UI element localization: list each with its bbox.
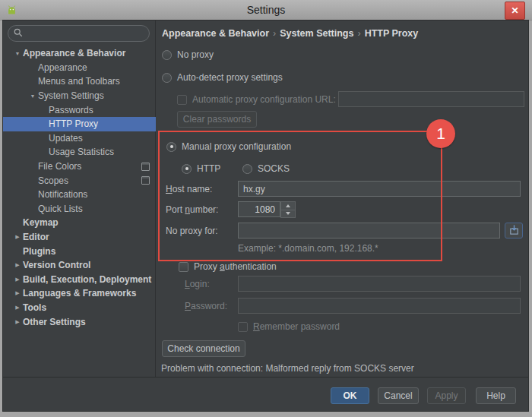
sidebar-item-build-execution-deployment[interactable]: ▶Build, Execution, Deployment xyxy=(3,273,156,287)
project-level-icon xyxy=(141,163,150,171)
expand-arrow-icon[interactable]: ▶ xyxy=(12,319,23,325)
settings-window: Settings ✕ ▼Appearance & BehaviorAppeara… xyxy=(0,0,532,417)
sidebar-item-other-settings[interactable]: ▶Other Settings xyxy=(3,314,156,329)
sidebar-item-label: Version Control xyxy=(23,260,90,270)
auto-detect-radio[interactable] xyxy=(162,73,172,83)
sidebar-item-label: File Colors xyxy=(38,161,81,172)
sidebar-item-version-control[interactable]: ▶Version Control xyxy=(3,258,156,273)
expand-arrow-icon[interactable]: ▶ xyxy=(12,290,23,296)
auto-url-label: Automatic proxy configuration URL: xyxy=(192,94,336,105)
expand-arrow-icon[interactable]: ▶ xyxy=(12,262,23,268)
cancel-button[interactable]: Cancel xyxy=(378,387,419,404)
arrow-up-icon xyxy=(286,204,290,207)
sidebar-item-label: Other Settings xyxy=(23,317,86,327)
remember-password-checkbox[interactable] xyxy=(238,322,248,332)
window-title: Settings xyxy=(0,4,532,16)
sidebar-item-tools[interactable]: ▶Tools xyxy=(3,301,156,315)
socks-label: SOCKS xyxy=(258,163,290,174)
no-proxy-radio[interactable] xyxy=(162,50,172,60)
sidebar-item-label: Build, Execution, Deployment xyxy=(23,274,151,285)
manual-proxy-label: Manual proxy configuration xyxy=(182,141,291,152)
connection-status-message: Problem with connection: Malformed reply… xyxy=(161,363,414,374)
auto-url-input[interactable] xyxy=(338,91,524,107)
no-proxy-for-input[interactable] xyxy=(238,223,500,239)
sidebar-item-label: HTTP Proxy xyxy=(49,118,98,129)
sidebar-item-label: Keymap xyxy=(23,217,59,228)
http-proxy-panel: Appearance & Behavior›System Settings›HT… xyxy=(156,21,528,377)
sidebar-item-quick-lists[interactable]: Quick Lists xyxy=(3,202,156,216)
host-name-label: Host name: xyxy=(166,184,212,194)
sidebar-item-keymap[interactable]: Keymap xyxy=(3,216,156,230)
no-proxy-label: No proxy xyxy=(177,49,214,60)
expand-arrow-icon[interactable]: ▶ xyxy=(12,276,23,283)
sidebar-item-label: System Settings xyxy=(38,90,104,101)
ok-button[interactable]: OK xyxy=(331,387,369,404)
help-button[interactable]: Help xyxy=(476,387,516,404)
settings-tree: ▼Appearance & BehaviorAppearanceMenus an… xyxy=(3,46,156,329)
sidebar-item-label: Notifications xyxy=(38,189,87,200)
clear-passwords-button[interactable]: Clear passwords xyxy=(177,111,257,128)
expand-arrow-icon[interactable]: ▶ xyxy=(12,234,23,240)
sidebar-item-file-colors[interactable]: File Colors xyxy=(3,160,156,174)
proxy-authentication-checkbox[interactable] xyxy=(179,262,188,272)
sidebar-item-label: Plugins xyxy=(23,246,55,257)
spinner-down-button[interactable] xyxy=(280,210,296,219)
sidebar-item-scopes[interactable]: Scopes xyxy=(3,173,156,188)
port-number-input[interactable] xyxy=(238,201,280,217)
http-label: HTTP xyxy=(197,163,220,174)
breadcrumb-separator: › xyxy=(353,28,364,39)
collapse-arrow-icon[interactable]: ▼ xyxy=(27,93,38,99)
arrow-down-icon xyxy=(286,212,290,215)
sidebar-item-editor[interactable]: ▶Editor xyxy=(3,230,156,245)
sidebar-item-label: Editor xyxy=(23,232,49,242)
sidebar-item-notifications[interactable]: Notifications xyxy=(3,188,156,202)
port-spinner xyxy=(280,201,296,218)
sidebar-item-label: Tools xyxy=(23,302,46,313)
sidebar-item-system-settings[interactable]: ▼System Settings xyxy=(3,89,156,103)
sidebar-item-label: Menus and Toolbars xyxy=(38,76,120,87)
settings-dialog: ▼Appearance & BehaviorAppearanceMenus an… xyxy=(3,21,528,411)
auto-detect-label: Auto-detect proxy settings xyxy=(177,72,283,83)
password-input[interactable] xyxy=(238,298,521,314)
sidebar-item-label: Passwords xyxy=(49,105,93,115)
paste-button[interactable] xyxy=(505,223,523,239)
sidebar-item-appearance-behavior[interactable]: ▼Appearance & Behavior xyxy=(3,46,156,61)
sidebar-item-updates[interactable]: Updates xyxy=(3,131,156,146)
sidebar-item-passwords[interactable]: Passwords xyxy=(3,103,156,117)
login-input[interactable] xyxy=(238,276,521,292)
paste-icon xyxy=(508,224,520,238)
sidebar-item-http-proxy[interactable]: HTTP Proxy xyxy=(3,117,156,131)
host-name-input[interactable] xyxy=(238,181,521,197)
auto-url-checkbox[interactable] xyxy=(177,95,187,105)
sidebar-item-usage-statistics[interactable]: Usage Statistics xyxy=(3,145,156,160)
port-number-label: Port number: xyxy=(166,204,218,215)
sidebar-item-label: Appearance xyxy=(38,62,87,73)
spinner-up-button[interactable] xyxy=(280,201,296,210)
close-button[interactable]: ✕ xyxy=(505,2,525,20)
sidebar-item-languages-frameworks[interactable]: ▶Languages & Frameworks xyxy=(3,286,156,301)
sidebar-item-label: Scopes xyxy=(38,175,68,186)
search-input[interactable] xyxy=(27,28,141,39)
check-connection-button[interactable]: Check connection xyxy=(162,340,245,357)
settings-search-box[interactable] xyxy=(8,25,150,42)
example-hint: Example: *.domain.com, 192.168.* xyxy=(238,243,378,254)
http-radio[interactable] xyxy=(182,164,192,174)
manual-proxy-radio[interactable] xyxy=(166,142,176,152)
breadcrumb-appearance-behavior: Appearance & Behavior xyxy=(162,28,269,39)
sidebar-item-label: Languages & Frameworks xyxy=(23,288,136,299)
expand-arrow-icon[interactable]: ▶ xyxy=(12,305,23,311)
search-icon xyxy=(14,28,23,39)
sidebar-item-label: Usage Statistics xyxy=(49,147,114,157)
sidebar-item-menus-and-toolbars[interactable]: Menus and Toolbars xyxy=(3,74,156,89)
sidebar-item-label: Updates xyxy=(49,133,83,144)
collapse-arrow-icon[interactable]: ▼ xyxy=(12,51,23,56)
dialog-footer: OK Cancel Apply Help xyxy=(3,377,528,411)
sidebar-item-plugins[interactable]: Plugins xyxy=(3,244,156,258)
socks-radio[interactable] xyxy=(242,164,252,174)
sidebar-item-label: Quick Lists xyxy=(38,204,83,214)
sidebar-item-appearance[interactable]: Appearance xyxy=(3,61,156,75)
titlebar: Settings ✕ xyxy=(0,0,532,21)
login-label: Login: xyxy=(185,279,210,289)
remember-password-label: Remember password xyxy=(253,321,340,332)
apply-button[interactable]: Apply xyxy=(427,387,466,404)
